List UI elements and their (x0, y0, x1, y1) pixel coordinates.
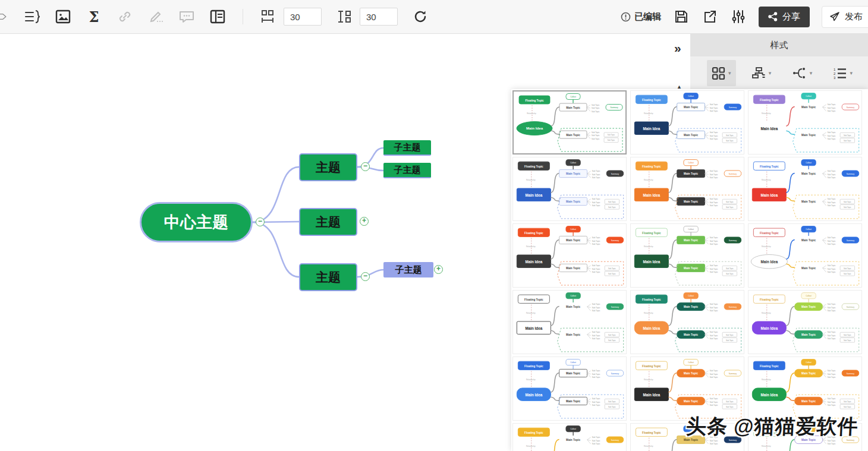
collapse-topic1-button[interactable]: − (361, 162, 370, 171)
svg-text:Main Topic: Main Topic (566, 400, 580, 403)
collapse-panel-icon[interactable]: » (674, 41, 680, 55)
collapse-central-button[interactable]: − (256, 217, 265, 226)
outline-summary-icon[interactable] (24, 8, 40, 25)
svg-text:Floating Topic: Floating Topic (642, 99, 661, 102)
template-thumbnail-17[interactable]: Floating TopicRelationshipMain IdeaMain … (630, 423, 744, 451)
layout-panel-icon[interactable] (209, 8, 226, 25)
style-panel-tabs: ▾ ▾ ▾ 123 ▾ (690, 56, 868, 90)
svg-text:Relationship: Relationship (644, 112, 653, 115)
formula-icon[interactable]: Σ (86, 8, 102, 25)
svg-text:Summary: Summary (611, 373, 619, 375)
template-thumbnail-13[interactable]: Floating TopicRelationshipMain IdeaMain … (512, 357, 627, 421)
branch-style-icon (792, 67, 807, 79)
topic-node-1[interactable]: 主题 (299, 153, 357, 181)
svg-text:Sub Topic: Sub Topic (592, 370, 600, 372)
refresh-icon[interactable] (412, 8, 429, 25)
template-thumbnail-6[interactable]: Floating TopicRelationshipMain IdeaMain … (748, 157, 862, 221)
subtopic-node-selected[interactable]: 子主题 (383, 262, 433, 277)
topic-node-2[interactable]: 主题 (299, 208, 357, 236)
subtopic-node-2[interactable]: 子主题 (383, 163, 431, 178)
svg-text:Main Topic: Main Topic (684, 439, 698, 441)
annotate-pencil-icon[interactable] (147, 8, 164, 25)
collapse-topic3-button[interactable]: − (361, 272, 370, 281)
svg-text:Callout: Callout (688, 162, 694, 164)
svg-text:Sub Topic: Sub Topic (726, 339, 734, 342)
template-thumbnail-18[interactable]: Floating TopicRelationshipMain IdeaMain … (748, 423, 862, 451)
svg-text:Relationship: Relationship (644, 179, 653, 181)
template-thumbnail-10[interactable]: Floating TopicRelationshipMain IdeaMain … (512, 290, 627, 354)
svg-text:Floating Topic: Floating Topic (760, 365, 779, 368)
svg-text:Sub Topic: Sub Topic (710, 176, 718, 179)
vertical-spacing-input[interactable] (360, 8, 398, 26)
template-thumbnail-5[interactable]: Floating TopicRelationshipMain IdeaMain … (630, 157, 744, 221)
svg-text:Sub Topic: Sub Topic (592, 436, 600, 439)
template-thumbnail-2[interactable]: Floating TopicRelationshipMain IdeaMain … (630, 90, 744, 154)
template-thumbnail-3[interactable]: Floating TopicRelationshipMain IdeaMain … (748, 90, 862, 154)
shape-tool-icon[interactable] (0, 8, 10, 25)
toolbar-left-group: Σ (0, 8, 429, 26)
svg-text:Main Topic: Main Topic (684, 239, 698, 242)
template-thumbnail-1[interactable]: Floating TopicRelationshipMain IdeaMain … (512, 90, 627, 154)
org-structure-icon (752, 67, 766, 80)
svg-text:Callout: Callout (806, 361, 812, 364)
template-thumbnail-16[interactable]: Floating TopicRelationshipMain IdeaMain … (512, 423, 627, 451)
svg-text:Main Topic: Main Topic (801, 305, 816, 308)
svg-text:Sub Topic: Sub Topic (710, 303, 718, 305)
svg-text:Sub Topic: Sub Topic (844, 334, 851, 336)
svg-text:Callout: Callout (570, 295, 576, 297)
svg-text:Floating Topic: Floating Topic (524, 298, 543, 301)
central-topic-node[interactable]: 中心主题 (140, 202, 253, 242)
svg-text:Sub Topic: Sub Topic (608, 400, 616, 403)
template-thumbnail-15[interactable]: Floating TopicRelationshipMain IdeaMain … (748, 357, 862, 421)
svg-text:Relationship: Relationship (526, 179, 536, 181)
svg-text:Main Topic: Main Topic (684, 372, 698, 375)
svg-text:Sub Topic: Sub Topic (710, 370, 718, 372)
link-icon[interactable] (117, 8, 133, 25)
svg-text:Relationship: Relationship (762, 445, 771, 447)
svg-text:Sub Topic: Sub Topic (608, 334, 616, 336)
template-thumbnail-8[interactable]: Floating TopicRelationshipMain IdeaMain … (630, 223, 744, 288)
template-thumbnail-14[interactable]: Floating TopicRelationshipMain IdeaMain … (630, 357, 744, 421)
numbering-button[interactable]: 123 ▾ (828, 60, 857, 86)
svg-text:Sub Topic: Sub Topic (608, 406, 616, 408)
template-thumbnail-9[interactable]: Floating TopicRelationshipMain IdeaMain … (748, 223, 862, 288)
svg-text:Sub Topic: Sub Topic (592, 335, 600, 337)
adjust-sliders-icon[interactable] (730, 8, 747, 25)
svg-text:Relationship: Relationship (762, 312, 771, 314)
comment-icon[interactable] (178, 8, 195, 25)
save-icon[interactable] (673, 8, 690, 25)
svg-text:Floating Topic: Floating Topic (642, 431, 661, 434)
topic-node-3[interactable]: 主题 (299, 263, 357, 291)
expand-subtopic-button[interactable]: + (434, 265, 443, 274)
structure-button[interactable]: ▾ (747, 60, 776, 86)
share-button[interactable]: 分享 (759, 7, 810, 27)
expand-topic2-button[interactable]: + (360, 217, 369, 226)
svg-text:Sub Topic: Sub Topic (844, 134, 851, 137)
theme-gallery-button[interactable]: ▾ (707, 60, 736, 86)
svg-text:Callout: Callout (688, 295, 694, 297)
svg-text:Summary: Summary (729, 239, 737, 242)
svg-text:Main Idea: Main Idea (526, 393, 543, 397)
svg-text:Summary: Summary (610, 106, 618, 109)
svg-text:Summary: Summary (611, 239, 619, 242)
insert-image-icon[interactable] (55, 8, 71, 25)
svg-text:Relationship: Relationship (527, 112, 536, 115)
svg-text:Sub Topic: Sub Topic (828, 401, 836, 403)
svg-text:Main Idea: Main Idea (643, 326, 661, 330)
style-panel-title: 样式 (690, 34, 868, 56)
svg-text:Sub Topic: Sub Topic (592, 401, 600, 403)
template-thumbnail-4[interactable]: Floating TopicRelationshipMain IdeaMain … (512, 157, 627, 221)
svg-text:Floating Topic: Floating Topic (760, 232, 779, 235)
branch-style-button[interactable]: ▾ (788, 60, 817, 86)
svg-text:Relationship: Relationship (762, 379, 771, 381)
template-thumbnail-7[interactable]: Floating TopicRelationshipMain IdeaMain … (512, 223, 627, 288)
export-icon[interactable] (702, 8, 718, 25)
publish-button[interactable]: 发布 (822, 6, 868, 28)
template-thumbnail-12[interactable]: Floating TopicRelationshipMain IdeaMain … (748, 290, 862, 354)
subtopic-node-1[interactable]: 子主题 (383, 140, 431, 156)
info-circle-icon (621, 12, 631, 22)
template-thumbnail-11[interactable]: Floating TopicRelationshipMain IdeaMain … (630, 290, 744, 354)
horizontal-spacing-input[interactable] (284, 8, 322, 26)
caret-down-icon: ▾ (850, 70, 853, 76)
svg-text:Floating Topic: Floating Topic (760, 165, 779, 168)
